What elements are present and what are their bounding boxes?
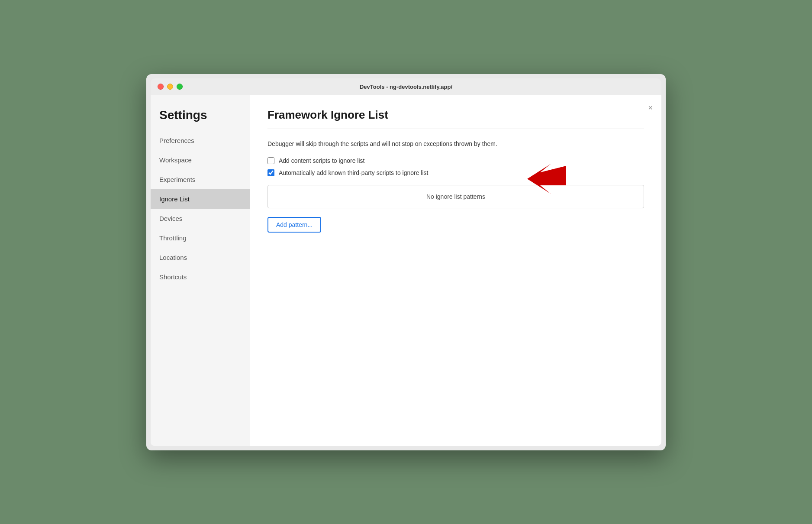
checkbox-row-1: Add content scripts to ignore list: [267, 157, 644, 164]
checkbox-row-2: Automatically add known third-party scri…: [267, 169, 644, 176]
close-traffic-light[interactable]: [158, 84, 164, 90]
window-title: DevTools - ng-devtools.netlify.app/: [360, 84, 452, 90]
add-content-scripts-label[interactable]: Add content scripts to ignore list: [279, 157, 364, 164]
sidebar-item-locations[interactable]: Locations: [151, 248, 250, 267]
auto-add-third-party-checkbox[interactable]: [267, 169, 274, 176]
sidebar: Settings Preferences Workspace Experimen…: [151, 95, 250, 446]
titlebar: DevTools - ng-devtools.netlify.app/: [151, 78, 661, 95]
sidebar-item-shortcuts[interactable]: Shortcuts: [151, 267, 250, 287]
auto-add-third-party-label[interactable]: Automatically add known third-party scri…: [279, 169, 428, 176]
sidebar-item-workspace[interactable]: Workspace: [151, 150, 250, 170]
sidebar-heading: Settings: [151, 104, 250, 131]
sidebar-item-devices[interactable]: Devices: [151, 209, 250, 228]
sidebar-item-experiments[interactable]: Experiments: [151, 170, 250, 189]
section-divider: [267, 129, 644, 129]
page-title: Framework Ignore List: [267, 108, 644, 122]
window: DevTools - ng-devtools.netlify.app/ Sett…: [146, 74, 666, 450]
description-text: Debugger will skip through the scripts a…: [267, 139, 644, 149]
traffic-lights: [158, 84, 183, 90]
maximize-traffic-light[interactable]: [177, 84, 183, 90]
sidebar-item-preferences[interactable]: Preferences: [151, 131, 250, 150]
add-content-scripts-checkbox[interactable]: [267, 157, 274, 164]
sidebar-item-throttling[interactable]: Throttling: [151, 228, 250, 248]
add-pattern-button[interactable]: Add pattern...: [267, 217, 321, 233]
window-body: Settings Preferences Workspace Experimen…: [151, 95, 661, 446]
sidebar-item-ignore-list[interactable]: Ignore List: [151, 189, 250, 209]
main-content: × Framework Ignore List Debugger will sk…: [250, 95, 661, 446]
patterns-empty-state: No ignore list patterns: [267, 185, 644, 208]
close-button[interactable]: ×: [648, 104, 653, 112]
minimize-traffic-light[interactable]: [167, 84, 173, 90]
